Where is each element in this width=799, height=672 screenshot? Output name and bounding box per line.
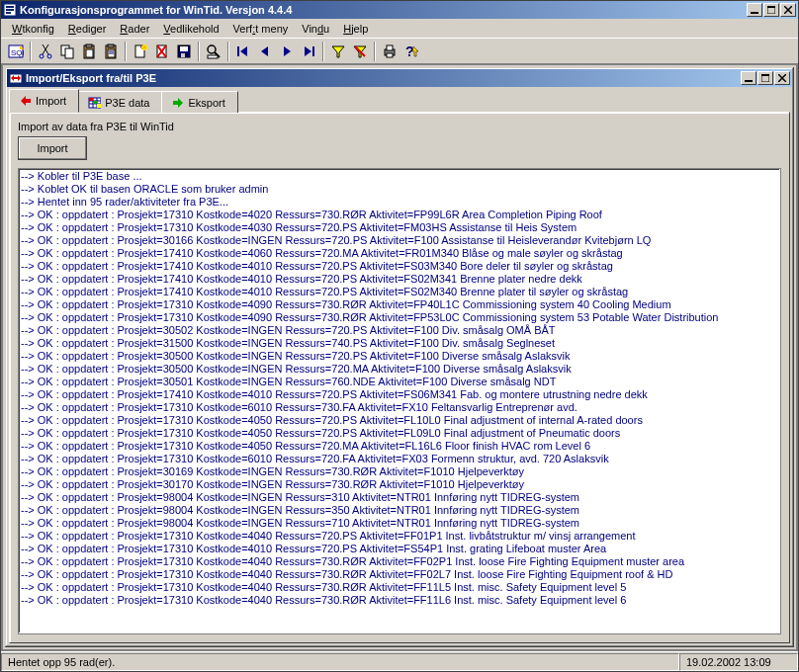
svg-rect-1 <box>6 9 14 11</box>
next-icon[interactable] <box>276 41 298 62</box>
delete-icon[interactable] <box>151 41 173 62</box>
toolbar-separator <box>30 42 32 61</box>
copy-icon[interactable] <box>56 41 78 62</box>
log-line[interactable]: --> OK : oppdatert : Prosjekt=17310 Kost… <box>21 221 778 234</box>
tab-panel-import: Import av data fra P3E til WinTid Import… <box>9 112 790 643</box>
menu-vedlikehold[interactable]: Vedlikehold <box>156 22 225 36</box>
section-label: Import av data fra P3E til WinTid <box>18 121 781 132</box>
log-line[interactable]: --> OK : oppdatert : Prosjekt=30166 Kost… <box>21 234 778 247</box>
menu-rader[interactable]: Rader <box>113 22 156 36</box>
cut-icon[interactable] <box>35 41 56 62</box>
log-line[interactable]: --> OK : oppdatert : Prosjekt=17310 Kost… <box>21 427 778 440</box>
log-line[interactable]: --> OK : oppdatert : Prosjekt=17310 Kost… <box>21 543 778 555</box>
log-line[interactable]: --> OK : oppdatert : Prosjekt=17410 Kost… <box>21 388 778 401</box>
menu-hjelp[interactable]: Hjelp <box>336 22 375 36</box>
log-line[interactable]: --> OK : oppdatert : Prosjekt=98004 Kost… <box>21 491 778 504</box>
log-line[interactable]: --> OK : oppdatert : Prosjekt=17410 Kost… <box>21 260 778 273</box>
import-icon <box>18 94 32 108</box>
svg-rect-40 <box>387 53 393 57</box>
child-window: Import/Eksport fra/til P3E ImportP3E dat… <box>3 65 796 649</box>
log-line[interactable]: --> OK : oppdatert : Prosjekt=17310 Kost… <box>21 298 778 311</box>
log-line[interactable]: --> OK : oppdatert : Prosjekt=17310 Kost… <box>21 555 778 568</box>
menu-verftmeny[interactable]: Verf:t meny <box>226 22 296 36</box>
clear-filter-icon[interactable] <box>349 41 371 62</box>
paste-icon[interactable] <box>78 41 100 62</box>
menu-vindu[interactable]: Vindu <box>295 22 336 36</box>
log-line[interactable]: --> OK : oppdatert : Prosjekt=17410 Kost… <box>21 273 778 286</box>
svg-rect-45 <box>761 74 769 76</box>
paste2-icon[interactable] <box>100 41 122 62</box>
log-line[interactable]: --> OK : oppdatert : Prosjekt=30501 Kost… <box>21 376 778 388</box>
mdi-client: Import/Eksport fra/til P3E ImportP3E dat… <box>1 63 798 651</box>
child-minimize-button[interactable] <box>741 71 756 85</box>
save-icon[interactable] <box>173 41 195 62</box>
status-main: Hentet opp 95 rad(er). <box>1 653 679 671</box>
close-button[interactable] <box>780 3 796 17</box>
log-box[interactable]: --> Kobler til P3E base ...--> Koblet OK… <box>18 168 781 634</box>
tab-p3edata[interactable]: P3E data <box>78 91 162 113</box>
svg-rect-14 <box>65 48 73 58</box>
svg-point-32 <box>208 45 216 53</box>
log-line[interactable]: --> OK : oppdatert : Prosjekt=30170 Kost… <box>21 478 778 491</box>
svg-point-11 <box>40 54 44 58</box>
window-controls <box>747 3 796 17</box>
log-line[interactable]: --> OK : oppdatert : Prosjekt=17310 Kost… <box>21 414 778 427</box>
menu-rediger[interactable]: Rediger <box>61 22 114 36</box>
child-maximize-button[interactable] <box>757 71 773 85</box>
svg-rect-35 <box>237 46 239 56</box>
log-line[interactable]: --> OK : oppdatert : Prosjekt=17410 Kost… <box>21 286 778 298</box>
tabs: ImportP3E dataEksport <box>9 89 790 113</box>
main-window: Konfigurasjonsprogrammet for WinTid. Ver… <box>0 0 799 672</box>
tab-eksport[interactable]: Eksport <box>161 91 237 113</box>
tab-import[interactable]: Import <box>9 89 79 113</box>
toolbar-separator <box>227 42 229 61</box>
minimize-button[interactable] <box>747 3 762 17</box>
menubar: WtkonfigRedigerRaderVedlikeholdVerf:t me… <box>1 19 798 38</box>
app-title: Konfigurasjonsprogrammet for WinTid. Ver… <box>20 4 747 16</box>
log-line[interactable]: --> OK : oppdatert : Prosjekt=17310 Kost… <box>21 401 778 414</box>
menu-wtkonfig[interactable]: Wtkonfig <box>5 22 61 36</box>
log-line[interactable]: --> OK : oppdatert : Prosjekt=17310 Kost… <box>21 311 778 324</box>
log-line[interactable]: --> OK : oppdatert : Prosjekt=30502 Kost… <box>21 324 778 337</box>
child-close-button[interactable] <box>774 71 790 85</box>
status-time: 19.02.2002 13:09 <box>679 653 798 671</box>
sql-icon[interactable]: SQL <box>5 41 27 62</box>
svg-rect-43 <box>745 80 753 82</box>
maximize-button[interactable] <box>763 3 779 17</box>
filter-icon[interactable] <box>327 41 349 62</box>
log-line[interactable]: --> OK : oppdatert : Prosjekt=17310 Kost… <box>21 440 778 453</box>
log-line[interactable]: --> OK : oppdatert : Prosjekt=17310 Kost… <box>21 209 778 221</box>
svg-rect-6 <box>767 6 775 8</box>
svg-rect-2 <box>6 6 14 8</box>
log-line[interactable]: --> OK : oppdatert : Prosjekt=17410 Kost… <box>21 247 778 260</box>
log-line[interactable]: --> OK : oppdatert : Prosjekt=17310 Kost… <box>21 581 778 594</box>
log-line[interactable]: --> Koblet OK til basen ORACLE som bruke… <box>21 183 778 196</box>
log-line[interactable]: --> Kobler til P3E base ... <box>21 170 778 183</box>
log-line[interactable]: --> OK : oppdatert : Prosjekt=17310 Kost… <box>21 530 778 543</box>
tab-label: Eksport <box>188 97 224 109</box>
prev-icon[interactable] <box>254 41 276 62</box>
help-icon[interactable]: ? <box>400 41 422 62</box>
print-icon[interactable] <box>379 41 400 62</box>
log-line[interactable]: --> OK : oppdatert : Prosjekt=98004 Kost… <box>21 504 778 517</box>
log-line[interactable]: --> OK : oppdatert : Prosjekt=98004 Kost… <box>21 517 778 530</box>
log-line[interactable]: --> OK : oppdatert : Prosjekt=30500 Kost… <box>21 363 778 376</box>
first-icon[interactable] <box>232 41 254 62</box>
last-icon[interactable] <box>298 41 319 62</box>
log-line[interactable]: --> OK : oppdatert : Prosjekt=30169 Kost… <box>21 465 778 478</box>
log-line[interactable]: --> OK : oppdatert : Prosjekt=17310 Kost… <box>21 594 778 607</box>
tab-label: Import <box>36 95 66 107</box>
svg-rect-36 <box>312 46 314 56</box>
import-button[interactable]: Import <box>18 136 87 160</box>
grid-icon <box>87 96 101 110</box>
svg-rect-17 <box>86 49 93 57</box>
log-line[interactable]: --> OK : oppdatert : Prosjekt=17310 Kost… <box>21 568 778 581</box>
new-icon[interactable] <box>130 41 151 62</box>
find-icon[interactable] <box>203 41 224 62</box>
log-line[interactable]: --> Hentet inn 95 rader/aktiviteter fra … <box>21 196 778 209</box>
log-line[interactable]: --> OK : oppdatert : Prosjekt=31500 Kost… <box>21 337 778 350</box>
log-line[interactable]: --> OK : oppdatert : Prosjekt=30500 Kost… <box>21 350 778 363</box>
statusbar: Hentet opp 95 rad(er). 19.02.2002 13:09 <box>1 651 798 671</box>
svg-rect-31 <box>185 53 187 57</box>
log-line[interactable]: --> OK : oppdatert : Prosjekt=17310 Kost… <box>21 453 778 465</box>
